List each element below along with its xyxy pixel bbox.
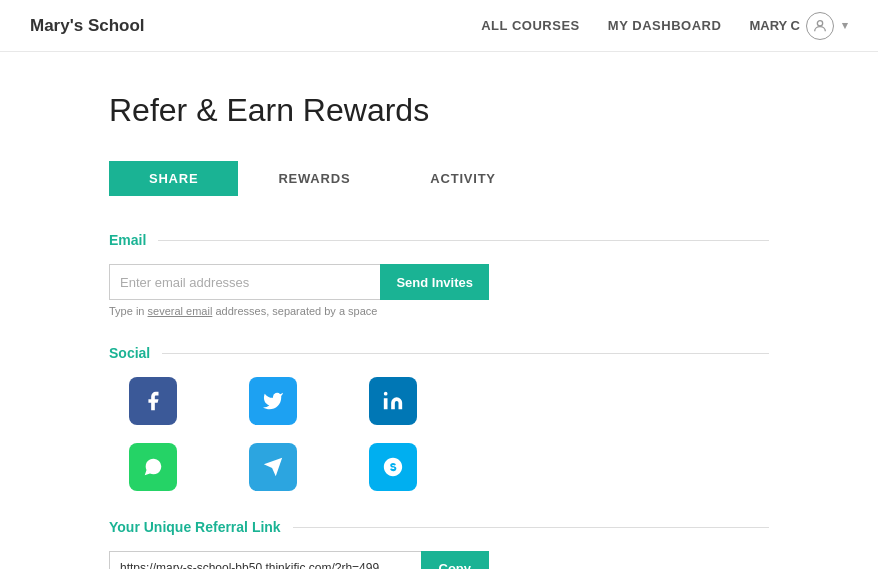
email-section-label: Email [109, 232, 146, 248]
tab-rewards[interactable]: REWARDS [238, 161, 390, 196]
twitter-icon[interactable] [249, 377, 297, 425]
referral-section: Your Unique Referral Link Copy [109, 519, 769, 569]
svg-rect-1 [384, 398, 388, 409]
social-section-header: Social [109, 345, 769, 361]
referral-section-divider [293, 527, 769, 528]
main-content: Refer & Earn Rewards SHARE REWARDS ACTIV… [89, 52, 789, 569]
nav-all-courses[interactable]: ALL COURSES [481, 18, 580, 33]
site-logo: Mary's School [30, 16, 145, 36]
navbar: Mary's School ALL COURSES MY DASHBOARD M… [0, 0, 878, 52]
copy-button[interactable]: Copy [421, 551, 490, 569]
tab-activity[interactable]: ACTIVITY [390, 161, 535, 196]
linkedin-icon[interactable] [369, 377, 417, 425]
tabs: SHARE REWARDS ACTIVITY [109, 161, 769, 196]
social-section-label: Social [109, 345, 150, 361]
email-input[interactable] [109, 264, 380, 300]
email-section-header: Email [109, 232, 769, 248]
referral-section-header: Your Unique Referral Link [109, 519, 769, 535]
page-title: Refer & Earn Rewards [109, 92, 769, 129]
nav-my-dashboard[interactable]: MY DASHBOARD [608, 18, 722, 33]
facebook-icon[interactable] [129, 377, 177, 425]
email-section: Email Send Invites Type in several email… [109, 232, 769, 317]
referral-section-label: Your Unique Referral Link [109, 519, 281, 535]
nav-links: ALL COURSES MY DASHBOARD MARY C ▾ [481, 12, 848, 40]
tab-share[interactable]: SHARE [109, 161, 238, 196]
user-menu[interactable]: MARY C ▾ [749, 12, 848, 40]
whatsapp-icon[interactable] [129, 443, 177, 491]
avatar [806, 12, 834, 40]
user-label: MARY C [749, 18, 800, 33]
chevron-down-icon: ▾ [842, 19, 848, 32]
email-hint: Type in several email addresses, separat… [109, 305, 489, 317]
skype-icon[interactable] [369, 443, 417, 491]
social-section: Social [109, 345, 769, 491]
referral-row: Copy [109, 551, 489, 569]
svg-point-0 [817, 20, 822, 25]
email-section-divider [158, 240, 769, 241]
telegram-icon[interactable] [249, 443, 297, 491]
send-invites-button[interactable]: Send Invites [380, 264, 489, 300]
social-icons-grid [129, 377, 769, 491]
referral-url-input[interactable] [109, 551, 421, 569]
email-row: Send Invites [109, 264, 489, 300]
svg-point-2 [384, 392, 388, 396]
social-section-divider [162, 353, 769, 354]
